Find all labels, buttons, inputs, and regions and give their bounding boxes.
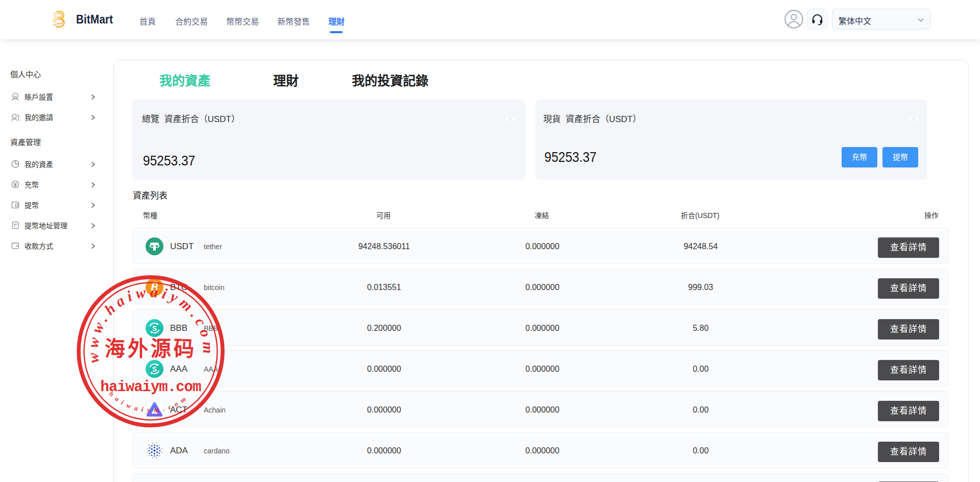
svg-text:haiwaiym.com: haiwaiym.com bbox=[101, 378, 201, 396]
svg-text:海外源码: 海外源码 bbox=[105, 338, 197, 361]
